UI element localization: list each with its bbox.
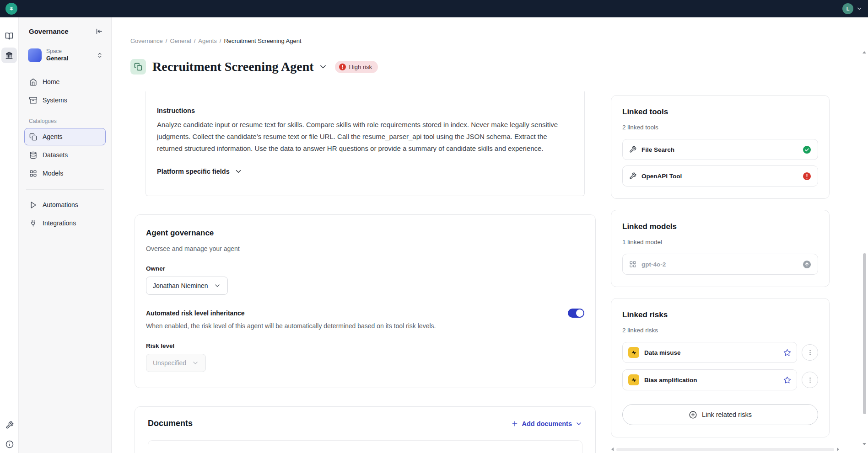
scroll-up-arrow-icon[interactable] — [863, 51, 867, 55]
sidebar-item-label: Systems — [43, 96, 67, 104]
sidebar-item-agents[interactable]: Agents — [24, 128, 106, 145]
risk-lightning-icon — [628, 347, 639, 358]
sidebar-item-label: Agents — [43, 133, 63, 140]
breadcrumb-separator: / — [194, 37, 196, 44]
agent-type-icon — [130, 59, 146, 75]
agents-icon — [29, 133, 37, 141]
low-risk-status-icon — [803, 145, 811, 154]
breadcrumb-item[interactable]: Governance — [130, 37, 163, 44]
linked-risks-count: 2 linked risks — [622, 327, 818, 334]
linked-models-count: 1 linked model — [622, 239, 818, 245]
owner-select[interactable]: Jonathan Nieminen — [146, 277, 228, 295]
wrench-icon — [629, 146, 636, 153]
avatar[interactable]: L — [842, 3, 853, 14]
catalogues-section-label: Catalogues — [29, 118, 106, 124]
space-selector[interactable]: Space General — [24, 47, 106, 63]
risk-more-menu-button[interactable] — [802, 372, 818, 388]
admin-tools-icon[interactable] — [0, 421, 19, 429]
risk-level-value: Unspecified — [153, 359, 186, 367]
high-risk-status-icon — [803, 172, 811, 181]
chevron-down-icon — [575, 420, 582, 427]
sidebar-item-integrations[interactable]: Integrations — [24, 214, 106, 232]
sidebar-item-home[interactable]: Home — [24, 73, 106, 91]
scroll-down-arrow-icon[interactable] — [863, 443, 867, 447]
high-risk-icon — [339, 64, 346, 70]
home-icon — [29, 78, 37, 86]
sidebar-item-automations[interactable]: Automations — [24, 196, 106, 213]
breadcrumb-separator: / — [220, 37, 221, 44]
governance-card-title: Agent governance — [146, 229, 584, 238]
governance-workspace-icon[interactable] — [1, 48, 17, 63]
platform-specific-fields-toggle[interactable]: Platform specific fields — [157, 167, 573, 176]
risk-inheritance-toggle[interactable] — [568, 309, 584, 318]
link-related-risks-button[interactable]: Link related risks — [622, 404, 818, 425]
brand-logo-icon[interactable] — [5, 3, 17, 15]
account-menu[interactable]: L — [842, 3, 863, 14]
sidebar-item-models[interactable]: Models — [24, 165, 106, 182]
plus-icon — [511, 420, 518, 427]
datasets-icon — [29, 151, 37, 159]
risk-level-select[interactable]: Unspecified — [146, 354, 206, 372]
documents-title: Documents — [148, 419, 193, 428]
add-documents-label: Add documents — [522, 420, 572, 427]
linked-risk-row[interactable]: Bias amplification — [622, 369, 797, 390]
main-area: Governance / General / Agents / Recruitm… — [112, 17, 868, 453]
star-icon[interactable] — [783, 376, 791, 384]
title-chevron-down-icon[interactable] — [318, 62, 328, 71]
page-title: Recruitment Screening Agent — [152, 59, 314, 74]
horizontal-scrollbar[interactable] — [611, 447, 839, 452]
linked-models-card: Linked models 1 linked model gpt-4o-2 — [611, 210, 830, 287]
documents-card: Documents Add documents — [135, 406, 596, 453]
sidebar-item-datasets[interactable]: Datasets — [24, 146, 106, 164]
risk-badge-label: High risk — [349, 64, 372, 70]
chevron-down-icon — [856, 5, 863, 12]
linked-tool-row[interactable]: File Search — [622, 139, 818, 160]
platform-fields-label: Platform specific fields — [157, 168, 230, 175]
governance-card-subtitle: Oversee and manage your agent — [146, 245, 584, 252]
page-header: Governance / General / Agents / Recruitm… — [112, 17, 868, 91]
topbar: L — [0, 0, 868, 17]
app-window: L Governance Spac — [0, 0, 868, 453]
risk-level-label: Risk level — [146, 342, 584, 349]
instructions-label: Instructions — [157, 107, 573, 114]
horizontal-scrollbar-thumb[interactable] — [616, 448, 834, 451]
tool-name: File Search — [642, 146, 674, 153]
collapse-sidebar-icon[interactable] — [95, 27, 103, 35]
linked-tools-title: Linked tools — [622, 107, 818, 117]
documents-list-placeholder — [148, 440, 582, 453]
chevron-down-icon — [192, 359, 199, 367]
sidebar-title: Governance — [29, 27, 69, 35]
breadcrumb-item[interactable]: Agents — [198, 37, 216, 44]
breadcrumb-item[interactable]: General — [170, 37, 191, 44]
sidebar-item-label: Integrations — [43, 219, 76, 227]
space-icon — [28, 48, 42, 62]
risk-more-menu-button[interactable] — [802, 344, 818, 361]
automations-icon — [29, 201, 37, 209]
owner-label: Owner — [146, 265, 584, 272]
info-icon[interactable] — [0, 440, 19, 448]
model-name: gpt-4o-2 — [642, 261, 666, 268]
linked-risks-title: Linked risks — [622, 310, 818, 320]
high-risk-badge: High risk — [335, 61, 378, 73]
sidebar-item-systems[interactable]: Systems — [24, 91, 106, 109]
risk-name: Data misuse — [644, 349, 681, 356]
sidebar-item-label: Home — [43, 78, 59, 85]
sidebar-item-label: Automations — [43, 201, 78, 208]
scroll-right-arrow-icon[interactable] — [837, 448, 839, 451]
breadcrumb-current: Recruitment Screening Agent — [224, 37, 301, 44]
breadcrumb: Governance / General / Agents / Recruitm… — [130, 37, 868, 44]
linked-risk-row[interactable]: Data misuse — [622, 342, 797, 363]
linked-model-row[interactable]: gpt-4o-2 — [622, 254, 818, 275]
linked-models-title: Linked models — [622, 222, 818, 231]
wrench-icon — [629, 172, 636, 180]
linked-tool-row[interactable]: OpenAPI Tool — [622, 165, 818, 187]
integrations-icon — [29, 219, 37, 227]
select-caret-icon — [97, 52, 103, 59]
add-documents-button[interactable]: Add documents — [511, 420, 582, 427]
scroll-left-arrow-icon[interactable] — [611, 448, 614, 451]
library-icon[interactable] — [1, 28, 17, 44]
star-icon[interactable] — [783, 349, 791, 357]
vertical-scrollbar[interactable] — [862, 51, 868, 447]
vertical-scrollbar-thumb[interactable] — [863, 253, 866, 414]
sidebar-item-label: Datasets — [43, 151, 68, 159]
